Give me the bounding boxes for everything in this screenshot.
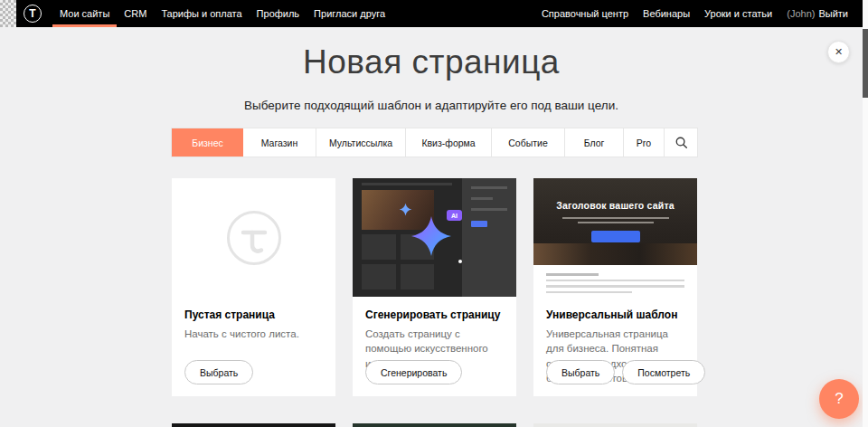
topbar-item-webinars[interactable]: Вебинары — [636, 0, 697, 27]
texture-pattern — [0, 0, 16, 27]
close-button[interactable]: ✕ — [827, 41, 850, 63]
scrollbar-track[interactable] — [863, 0, 868, 427]
logout-link[interactable]: Выйти — [818, 8, 848, 19]
topbar: T Мои сайты CRM Тарифы и оплата Профиль … — [0, 0, 863, 27]
template-grid: Пустая страница Начать с чистого листа. … — [172, 178, 697, 396]
scrollbar-thumb[interactable] — [863, 29, 868, 98]
tab-shop[interactable]: Магазин — [243, 128, 316, 157]
question-icon: ? — [835, 390, 843, 407]
card-body: Пустая страница Начать с чистого листа. — [172, 297, 335, 341]
search-icon — [675, 136, 688, 149]
topbar-item-invite-friend[interactable]: Пригласи друга — [307, 0, 392, 27]
preview-skeleton-line — [578, 222, 654, 223]
preview-hero-section: Заголовок вашего сайта — [533, 178, 697, 265]
partial-card-preview[interactable] — [353, 423, 516, 427]
template-card-blank-page: Пустая страница Начать с чистого листа. … — [172, 178, 335, 396]
card-actions: Сгенерировать — [365, 360, 462, 384]
next-row-partial — [172, 423, 697, 427]
preview-skeleton-line — [562, 217, 669, 219]
universal-template-preview[interactable]: Заголовок вашего сайта — [533, 178, 697, 297]
user-menu: (John) Выйти — [779, 8, 855, 19]
tab-blog[interactable]: Блог — [565, 128, 624, 157]
view-universal-button[interactable]: Посмотреть — [622, 360, 705, 384]
tilda-logo[interactable]: T — [24, 5, 42, 23]
choose-universal-button[interactable]: Выбрать — [546, 360, 615, 384]
partial-card-preview[interactable] — [533, 423, 697, 427]
new-page-screen: T Мои сайты CRM Тарифы и оплата Профиль … — [0, 0, 868, 427]
template-card-universal: Заголовок вашего сайта Универсальный шаб… — [533, 178, 697, 396]
preview-side-panel — [462, 178, 516, 297]
user-name: (John) — [787, 8, 815, 19]
choose-blank-button[interactable]: Выбрать — [184, 360, 253, 384]
page-title: Новая страница — [0, 43, 863, 81]
card-title: Сгенерировать страницу — [365, 308, 504, 321]
topbar-left-nav: Мои сайты CRM Тарифы и оплата Профиль Пр… — [52, 0, 392, 27]
ai-badge: AI — [447, 210, 462, 221]
template-category-tabs: Бизнес Магазин Мультиссылка Квиз-форма С… — [172, 128, 697, 157]
close-icon: ✕ — [835, 46, 843, 58]
page-subtitle: Выберите подходящий шаблон и адаптируйте… — [0, 99, 863, 112]
preview-cta-button-block — [591, 231, 640, 242]
blank-page-preview[interactable] — [172, 178, 335, 297]
help-button[interactable]: ? — [819, 379, 859, 419]
preview-site-heading: Заголовок вашего сайта — [533, 200, 697, 211]
tab-event[interactable]: Событие — [492, 128, 565, 157]
preview-blue-button-block — [471, 221, 487, 227]
topbar-item-my-sites[interactable]: Мои сайты — [52, 0, 117, 27]
tab-quiz-form[interactable]: Квиз-форма — [406, 128, 492, 157]
topbar-right-nav: Справочный центр Вебинары Уроки и статьи… — [534, 0, 863, 27]
ai-sparkle-icon — [410, 214, 453, 258]
card-title: Универсальный шаблон — [546, 308, 684, 321]
tab-business[interactable]: Бизнес — [172, 128, 243, 157]
sparkle-dot — [458, 260, 462, 263]
partial-card-preview[interactable] — [172, 423, 335, 427]
tab-pro[interactable]: Pro — [624, 128, 665, 157]
tab-search[interactable] — [665, 128, 697, 157]
card-actions: Выбрать — [184, 360, 253, 384]
topbar-item-help-center[interactable]: Справочный центр — [534, 0, 636, 27]
tilda-logo-letter: T — [29, 7, 35, 20]
template-card-ai-generate: AI Сгенерировать страницу Создать страни… — [353, 178, 516, 396]
preview-skeleton-line — [362, 183, 452, 185]
tilda-logo-watermark-icon — [225, 209, 283, 267]
topbar-item-pricing[interactable]: Тарифы и оплата — [154, 0, 249, 27]
tab-multilink[interactable]: Мультиссылка — [316, 128, 406, 157]
card-actions: Выбрать Посмотреть — [546, 360, 705, 384]
preview-text-section — [533, 265, 697, 297]
topbar-item-profile[interactable]: Профиль — [250, 0, 307, 27]
card-title: Пустая страница — [184, 308, 323, 321]
ai-generate-preview[interactable]: AI — [353, 178, 516, 297]
card-description: Начать с чистого листа. — [184, 327, 323, 341]
topbar-item-lessons[interactable]: Уроки и статьи — [697, 0, 779, 27]
generate-button[interactable]: Сгенерировать — [365, 360, 462, 384]
topbar-item-crm[interactable]: CRM — [117, 0, 154, 27]
